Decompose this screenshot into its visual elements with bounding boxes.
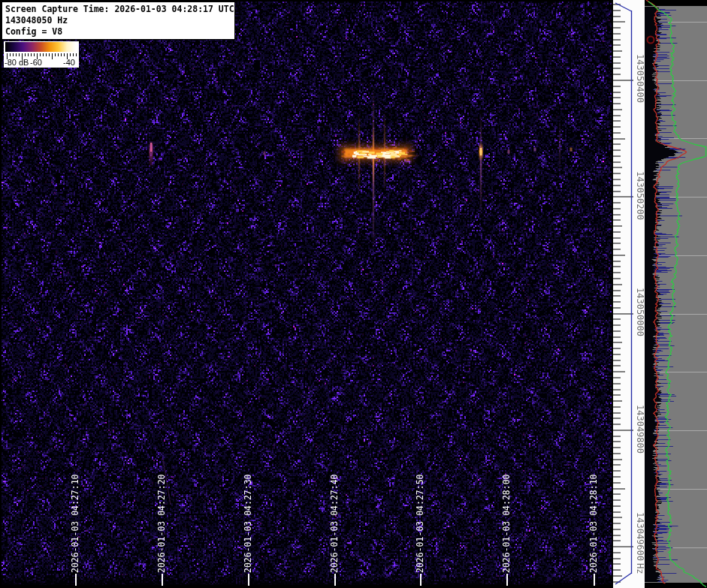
- config-text: Config = V8: [5, 26, 231, 38]
- capture-info-box: Screen Capture Time: 2026-01-03 04:28:17…: [2, 2, 235, 40]
- capture-time-text: Screen Capture Time: 2026-01-03 04:28:17…: [5, 4, 231, 15]
- screen-capture-view: Screen Capture Time: 2026-01-03 04:28:17…: [0, 0, 707, 588]
- frequency-ruler: [613, 0, 645, 588]
- frequency-unit-label: Hz: [635, 563, 645, 574]
- spectrum-panel: [645, 0, 707, 588]
- center-frequency-text: 143048050 Hz: [5, 15, 231, 26]
- waterfall-spectrogram: [0, 0, 613, 588]
